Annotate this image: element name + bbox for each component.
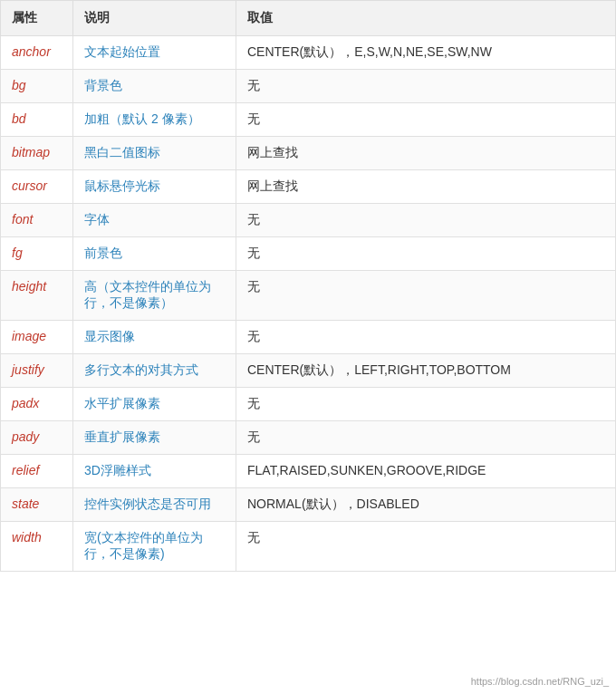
table-row: fg前景色无 bbox=[1, 237, 616, 271]
value-cell: CENTER(默认），LEFT,RIGHT,TOP,BOTTOM bbox=[236, 354, 616, 388]
desc-cell: 垂直扩展像素 bbox=[73, 421, 236, 455]
attr-cell: bitmap bbox=[1, 137, 73, 170]
value-cell: 无 bbox=[236, 237, 616, 271]
value-cell: 无 bbox=[236, 321, 616, 354]
desc-cell: 显示图像 bbox=[73, 321, 236, 354]
desc-cell: 前景色 bbox=[73, 237, 236, 271]
table-row: image显示图像无 bbox=[1, 321, 616, 354]
value-cell: 网上查找 bbox=[236, 170, 616, 204]
value-cell: NORMAL(默认），DISABLED bbox=[236, 488, 616, 522]
attr-cell: anchor bbox=[1, 36, 73, 70]
attr-cell: image bbox=[1, 321, 73, 354]
table-row: bg背景色无 bbox=[1, 70, 616, 103]
desc-cell: 背景色 bbox=[73, 70, 236, 103]
attr-cell: state bbox=[1, 488, 73, 522]
table-row: bd加粗（默认 2 像素）无 bbox=[1, 103, 616, 137]
attr-cell: width bbox=[1, 522, 73, 572]
header-attr: 属性 bbox=[1, 1, 73, 36]
table-row: width宽(文本控件的单位为行，不是像素)无 bbox=[1, 522, 616, 572]
attr-cell: pady bbox=[1, 421, 73, 455]
value-cell: 网上查找 bbox=[236, 137, 616, 170]
value-cell: 无 bbox=[236, 271, 616, 321]
value-cell: 无 bbox=[236, 522, 616, 572]
value-cell: FLAT,RAISED,SUNKEN,GROOVE,RIDGE bbox=[236, 455, 616, 488]
header-desc: 说明 bbox=[73, 1, 236, 36]
table-row: justify多行文本的对其方式CENTER(默认），LEFT,RIGHT,TO… bbox=[1, 354, 616, 388]
table-row: state控件实例状态是否可用NORMAL(默认），DISABLED bbox=[1, 488, 616, 522]
value-cell: 无 bbox=[236, 421, 616, 455]
table-row: pady垂直扩展像素无 bbox=[1, 421, 616, 455]
table-row: relief3D浮雕样式FLAT,RAISED,SUNKEN,GROOVE,RI… bbox=[1, 455, 616, 488]
attr-cell: relief bbox=[1, 455, 73, 488]
table-row: cursor鼠标悬停光标网上查找 bbox=[1, 170, 616, 204]
desc-cell: 字体 bbox=[73, 204, 236, 237]
attr-cell: justify bbox=[1, 354, 73, 388]
desc-cell: 多行文本的对其方式 bbox=[73, 354, 236, 388]
value-cell: CENTER(默认），E,S,W,N,NE,SE,SW,NW bbox=[236, 36, 616, 70]
value-cell: 无 bbox=[236, 204, 616, 237]
attr-cell: height bbox=[1, 271, 73, 321]
attributes-table: 属性 说明 取值 anchor文本起始位置CENTER(默认），E,S,W,N,… bbox=[0, 0, 616, 572]
value-cell: 无 bbox=[236, 103, 616, 137]
desc-cell: 加粗（默认 2 像素） bbox=[73, 103, 236, 137]
attr-cell: bd bbox=[1, 103, 73, 137]
header-value: 取值 bbox=[236, 1, 616, 36]
desc-cell: 水平扩展像素 bbox=[73, 388, 236, 421]
table-header-row: 属性 说明 取值 bbox=[1, 1, 616, 36]
attr-cell: fg bbox=[1, 237, 73, 271]
desc-cell: 控件实例状态是否可用 bbox=[73, 488, 236, 522]
desc-cell: 鼠标悬停光标 bbox=[73, 170, 236, 204]
table-row: bitmap黑白二值图标网上查找 bbox=[1, 137, 616, 170]
desc-cell: 3D浮雕样式 bbox=[73, 455, 236, 488]
attr-cell: padx bbox=[1, 388, 73, 421]
value-cell: 无 bbox=[236, 388, 616, 421]
attr-cell: font bbox=[1, 204, 73, 237]
desc-cell: 高（文本控件的单位为行，不是像素） bbox=[73, 271, 236, 321]
table-row: font字体无 bbox=[1, 204, 616, 237]
table-row: padx水平扩展像素无 bbox=[1, 388, 616, 421]
desc-cell: 黑白二值图标 bbox=[73, 137, 236, 170]
desc-cell: 宽(文本控件的单位为行，不是像素) bbox=[73, 522, 236, 572]
attr-cell: bg bbox=[1, 70, 73, 103]
attr-cell: cursor bbox=[1, 170, 73, 204]
table-row: anchor文本起始位置CENTER(默认），E,S,W,N,NE,SE,SW,… bbox=[1, 36, 616, 70]
table-row: height高（文本控件的单位为行，不是像素）无 bbox=[1, 271, 616, 321]
desc-cell: 文本起始位置 bbox=[73, 36, 236, 70]
value-cell: 无 bbox=[236, 70, 616, 103]
